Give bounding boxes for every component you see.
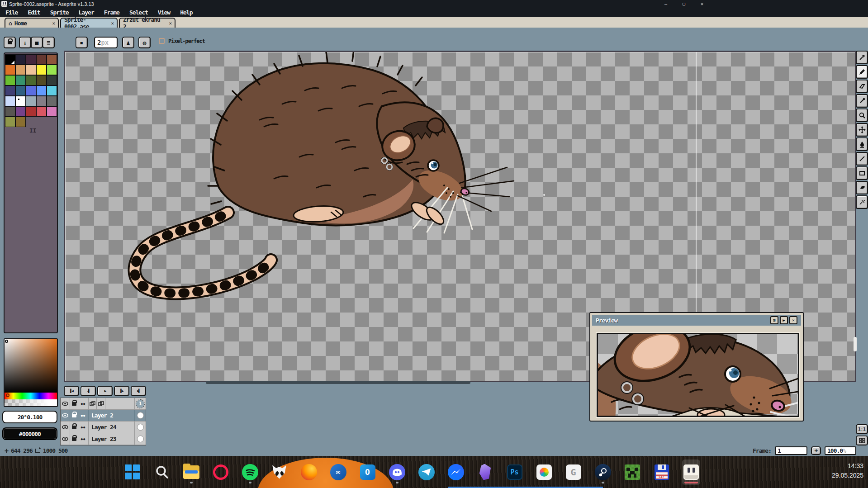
taskbar-medibang[interactable] (535, 460, 553, 485)
taskbar-g-app[interactable]: G (564, 460, 583, 485)
palette-swatch[interactable] (26, 85, 36, 96)
maximize-button[interactable]: ▢ (675, 0, 693, 8)
menu-sprite[interactable]: Sprite (48, 9, 71, 16)
palette-swatch[interactable] (26, 106, 36, 117)
tab-home[interactable]: ⌂Home✕ (5, 18, 59, 28)
layer-row[interactable]: ●●Layer 2 (61, 410, 146, 422)
center-preview-button[interactable]: ⊡ (770, 316, 778, 324)
layer-visibility-toggle[interactable] (61, 433, 70, 445)
layer-visibility-toggle[interactable] (61, 422, 70, 433)
palette-swatch[interactable] (15, 117, 26, 127)
hue-bar[interactable] (5, 393, 57, 399)
layer-lock-toggle[interactable] (70, 422, 78, 433)
actual-size-button[interactable]: 1:1 (856, 424, 868, 434)
close-preview-button[interactable]: ✕ (789, 316, 797, 324)
palette-swatch[interactable] (26, 96, 36, 106)
sv-selector[interactable] (5, 340, 8, 343)
taskbar-opera-gx[interactable] (212, 460, 230, 485)
add-frame-button[interactable]: + (811, 446, 821, 455)
palette-swatch[interactable] (5, 54, 15, 65)
tool-contour[interactable] (856, 181, 868, 194)
tool-zoom[interactable] (856, 109, 868, 122)
brush-type-button[interactable]: ▪ (76, 37, 88, 48)
tab-sprite-0002-ase[interactable]: Sprite-0002.ase✕ (60, 18, 118, 28)
menu-select[interactable]: Select (128, 9, 150, 16)
frame-input[interactable]: 1 (775, 446, 807, 455)
palette-swatch[interactable] (15, 75, 26, 85)
palette-swatch[interactable] (36, 54, 47, 65)
palette-swatch[interactable] (47, 106, 57, 117)
layer-cel[interactable] (135, 410, 146, 421)
minimize-button[interactable]: – (657, 0, 675, 8)
palette-swatch[interactable] (15, 65, 26, 75)
preview-titlebar[interactable]: Preview ⊡▶✕ (592, 315, 801, 326)
palette-swatch[interactable] (15, 106, 26, 117)
taskbar-spotify[interactable] (241, 460, 259, 485)
tab-close-icon[interactable]: ✕ (111, 20, 114, 26)
hue-selector[interactable] (6, 393, 9, 397)
toggle-all-visibility[interactable] (61, 398, 70, 409)
menu-file[interactable]: File (4, 9, 19, 16)
saturation-value-area[interactable] (5, 339, 57, 393)
palette-swatch[interactable] (15, 85, 26, 96)
palette-swatch[interactable] (15, 54, 26, 65)
tool-jumble[interactable] (856, 195, 868, 209)
toggle-all-continuous[interactable]: ●● (78, 398, 89, 409)
layer-cel[interactable] (135, 433, 146, 445)
taskbar-file-explorer[interactable] (182, 460, 200, 485)
tool-pencil[interactable] (856, 65, 868, 79)
layer-name[interactable]: Layer 24 (89, 422, 135, 433)
menu-view[interactable]: View (156, 9, 172, 16)
lock-button[interactable] (4, 37, 16, 48)
timeline-grid-button[interactable] (856, 436, 868, 445)
layer-lock-toggle[interactable] (70, 410, 78, 421)
palette-swatch[interactable] (26, 65, 36, 75)
tool-magic-wand[interactable] (856, 51, 868, 64)
play-button[interactable]: ▶ (97, 386, 113, 396)
taskbar-obsidian[interactable] (476, 460, 494, 485)
taskbar-clock[interactable]: 14:33 29.05.2025 (832, 461, 863, 480)
taskbar-floppy-64[interactable]: 64: (653, 460, 671, 485)
layer-name[interactable]: Layer 23 (89, 433, 135, 445)
palette-swatch[interactable] (26, 75, 36, 85)
palette-swatch[interactable] (5, 85, 15, 96)
palette-swatch[interactable] (5, 75, 15, 85)
palette-swatch[interactable] (36, 85, 47, 96)
layer-cel[interactable] (135, 422, 146, 433)
alpha-bar[interactable] (5, 399, 57, 406)
pixel-perfect-checkbox[interactable] (159, 38, 165, 44)
palette-swatch[interactable] (15, 96, 26, 106)
arrow-down-button[interactable]: ↓ (19, 37, 31, 48)
taskbar-firefox[interactable] (300, 460, 318, 485)
palette-swatch[interactable] (5, 117, 15, 127)
palette-swatch[interactable] (36, 65, 47, 75)
zoom-input[interactable]: 100.0% (825, 446, 856, 455)
taskbar-windows-start[interactable] (123, 460, 142, 485)
menu-lines-button[interactable]: ≡ (43, 37, 55, 48)
last-frame-button[interactable]: ▶▌ (131, 386, 146, 396)
palette-swatch[interactable] (47, 96, 57, 106)
layer-continuous-toggle[interactable]: ●● (78, 433, 89, 445)
hsv-value-button[interactable]: 20°0.100 (2, 411, 57, 423)
tool-paint-bucket[interactable] (856, 137, 868, 151)
taskbar-thunderbird[interactable]: ✉ (329, 460, 347, 485)
palette-swatch[interactable] (5, 106, 15, 117)
taskbar-steam[interactable] (594, 460, 612, 485)
layer-lock-toggle[interactable] (70, 433, 78, 445)
tab-close-icon[interactable]: ✕ (52, 20, 55, 26)
vertical-scrollbar[interactable] (854, 337, 857, 351)
taskbar-discord[interactable] (388, 460, 406, 485)
layer-continuous-toggle[interactable]: ●● (78, 410, 89, 421)
tab-close-icon[interactable]: ✕ (169, 20, 171, 26)
menu-help[interactable]: Help (178, 9, 194, 16)
taskbar-outlook[interactable]: O (359, 460, 377, 485)
toggle-all-lock[interactable] (70, 398, 78, 409)
palette-swatch[interactable] (47, 75, 57, 85)
palette-swatch[interactable] (47, 65, 57, 75)
menu-frame[interactable]: Frame (102, 9, 121, 16)
taskbar-aseprite[interactable] (682, 460, 700, 485)
first-frame-button[interactable]: ▌◀ (64, 386, 79, 396)
taskbar-photoshop[interactable]: Ps (506, 460, 524, 485)
palette-swatch[interactable] (47, 85, 57, 96)
layer-visibility-toggle[interactable] (61, 410, 70, 421)
